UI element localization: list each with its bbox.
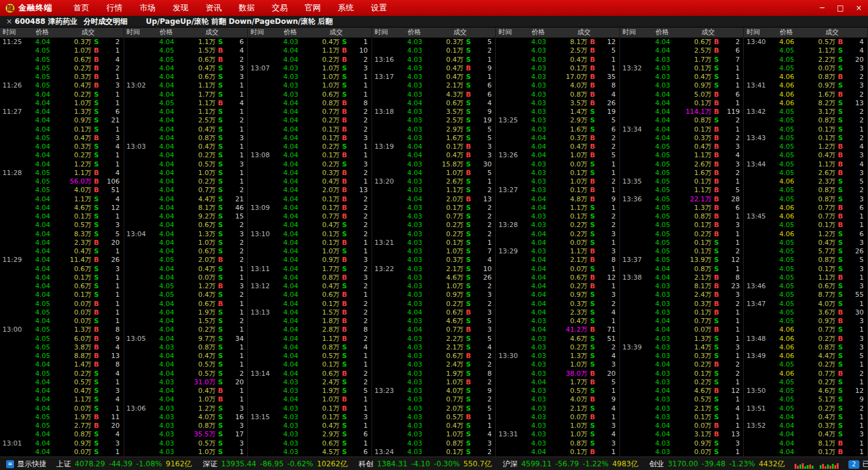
tick-row: 13:094.040.1万B2 bbox=[248, 204, 372, 212]
tick-price: 4.04 bbox=[26, 116, 50, 125]
close-button[interactable]: × bbox=[850, 0, 868, 16]
tick-side: S bbox=[463, 47, 473, 55]
tick-price: 4.04 bbox=[150, 274, 174, 282]
menu-item-4[interactable]: 发现 bbox=[164, 2, 197, 13]
tick-row: 4.040.1万B3 bbox=[248, 134, 372, 143]
tick-time bbox=[746, 430, 769, 439]
tick-side: S bbox=[215, 274, 225, 282]
tick-volume: 1.2万 bbox=[174, 405, 216, 413]
menu-item-10[interactable]: 设置 bbox=[362, 2, 395, 13]
tick-side: S bbox=[836, 99, 845, 108]
tick-row: 13:224.032.1万S10 bbox=[372, 265, 496, 274]
menu-item-7[interactable]: 交易 bbox=[263, 2, 296, 13]
tick-side: S bbox=[463, 134, 473, 143]
tick-time bbox=[498, 47, 522, 55]
tick-row: 13:274.030.1万B1 bbox=[496, 186, 619, 195]
index-item-1[interactable]: 上证4078.29-44.39-1.08%9162亿 bbox=[56, 459, 192, 469]
tick-price: 4.04 bbox=[274, 370, 298, 378]
minimize-button[interactable]: ─ bbox=[813, 0, 831, 16]
tick-count: 1 bbox=[350, 405, 368, 413]
menu-item-3[interactable]: 市场 bbox=[131, 2, 164, 13]
tick-side: S bbox=[92, 274, 102, 282]
tick-count: 1 bbox=[473, 422, 492, 430]
tick-row: 4.030.6万B2 bbox=[372, 352, 496, 360]
tick-volume: 0.4万 bbox=[670, 143, 712, 151]
tick-side: S bbox=[463, 160, 473, 169]
tick-side: B bbox=[463, 64, 473, 73]
tick-side: B bbox=[711, 195, 721, 204]
table-header: 时间价格成交时间价格成交时间价格成交时间价格成交时间价格成交时间价格成交时间价格… bbox=[0, 28, 868, 38]
menu-item-1[interactable]: 首页 bbox=[65, 2, 98, 13]
tick-row: 4.040.0万S1 bbox=[496, 265, 619, 274]
tick-count: 2 bbox=[350, 195, 368, 204]
tick-time bbox=[375, 335, 398, 343]
tick-price: 4.03 bbox=[398, 274, 422, 282]
tick-count: 2 bbox=[225, 256, 244, 264]
tick-row: 4.050.4万B3 bbox=[620, 143, 744, 151]
tick-price: 4.04 bbox=[769, 430, 794, 439]
menu-item-9[interactable]: 系统 bbox=[329, 2, 362, 13]
close-tab-icon[interactable]: × bbox=[4, 17, 15, 26]
tick-count: 2 bbox=[597, 343, 616, 352]
tick-group-7: 13:404.060.5万B44.051.1万S44.052.2万S204.05… bbox=[744, 38, 868, 457]
tick-count: 20 bbox=[102, 239, 120, 247]
tick-volume: 2.3万 bbox=[794, 177, 836, 186]
index-item-2[interactable]: 深证13935.44-86.95-0.62%10262亿 bbox=[203, 459, 348, 469]
tick-count: 5 bbox=[845, 177, 864, 186]
tick-time bbox=[498, 91, 522, 99]
tick-count: 1 bbox=[597, 265, 616, 274]
index-item-5[interactable]: 创业3170.00-39.48-1.23%4432亿 bbox=[649, 459, 785, 469]
menu-item-8[interactable]: 官网 bbox=[296, 2, 329, 13]
tick-row: 4.042.3万B20 bbox=[0, 239, 124, 247]
tick-count: 3 bbox=[350, 413, 368, 422]
tick-side: B bbox=[340, 151, 350, 160]
index-item-3[interactable]: 科创1384.31-4.10-0.30%550.7亿 bbox=[359, 459, 492, 469]
tick-time bbox=[2, 56, 26, 64]
tick-volume: 0.1万 bbox=[794, 448, 836, 457]
tick-side: S bbox=[92, 387, 102, 395]
tick-price: 4.04 bbox=[150, 317, 174, 326]
tick-time bbox=[2, 317, 26, 326]
tick-count: 12 bbox=[597, 38, 616, 47]
tick-side: S bbox=[463, 247, 473, 256]
index-item-4[interactable]: 沪深4599.11-56.79-1.22%4983亿 bbox=[503, 459, 638, 469]
tick-price: 4.03 bbox=[646, 395, 670, 404]
tick-side: S bbox=[215, 439, 225, 448]
tick-time: 13:44 bbox=[746, 160, 769, 169]
tick-volume: 4.3万 bbox=[422, 91, 464, 99]
tick-time bbox=[2, 239, 26, 247]
tick-row: 4.051.6万B2 bbox=[620, 169, 744, 177]
menu-item-2[interactable]: 行情 bbox=[98, 2, 131, 13]
tick-row: 4.040.8万B3 bbox=[248, 274, 372, 282]
tick-row: 4.042.5万S2 bbox=[124, 116, 248, 125]
tick-price: 4.04 bbox=[150, 247, 174, 256]
tick-count: 2 bbox=[473, 282, 492, 291]
restore-button[interactable]: □ bbox=[831, 0, 850, 16]
tick-side: B bbox=[463, 413, 473, 422]
tick-count: 2 bbox=[597, 134, 616, 143]
tick-side: S bbox=[588, 300, 597, 308]
menu-item-5[interactable]: 资讯 bbox=[197, 2, 230, 13]
tick-side: B bbox=[92, 335, 102, 343]
tick-grid[interactable]: 11:254.040.3万S24.051.0万B14.050.6万B44.050… bbox=[0, 38, 868, 457]
connection-status[interactable]: 2 已连接 bbox=[848, 459, 868, 469]
tick-row: 4.040.5万S3 bbox=[0, 221, 124, 229]
tick-count: 1 bbox=[721, 395, 739, 404]
tick-price: 4.03 bbox=[398, 413, 422, 422]
tick-count: 3 bbox=[102, 387, 120, 395]
tick-count: 4 bbox=[845, 47, 864, 55]
tick-side: S bbox=[215, 378, 225, 387]
tick-time bbox=[498, 274, 522, 282]
tick-side: B bbox=[215, 99, 225, 108]
tick-side: B bbox=[588, 282, 597, 291]
tick-volume: 1.0万 bbox=[422, 169, 464, 177]
tick-time bbox=[127, 308, 150, 317]
menu-item-6[interactable]: 数据 bbox=[230, 2, 263, 13]
tick-volume: 0.1万 bbox=[422, 47, 464, 55]
tick-volume: 0.2万 bbox=[174, 326, 216, 334]
tick-time bbox=[623, 116, 646, 125]
quick-access-button[interactable]: ≡ 显示快捷 bbox=[6, 459, 47, 469]
tick-time bbox=[250, 91, 274, 99]
tick-count: 1 bbox=[225, 395, 244, 404]
stock-tab[interactable]: 600488 津药药业 bbox=[15, 17, 77, 27]
